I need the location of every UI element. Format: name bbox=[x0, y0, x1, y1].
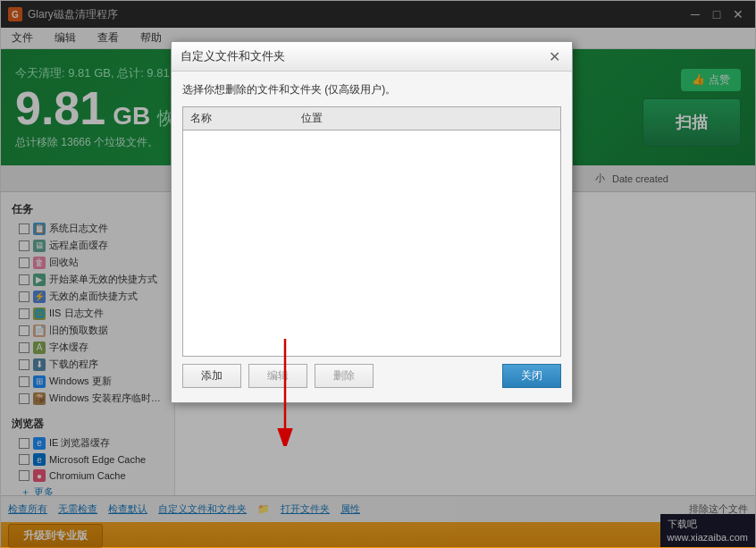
dialog-close-action-button[interactable]: 关闭 bbox=[502, 364, 561, 388]
dialog-title: 自定义文件和文件夹 bbox=[181, 48, 285, 64]
custom-dialog: 自定义文件和文件夹 ✕ 选择你想删除的文件和文件夹 (仅高级用户)。 名称 位置… bbox=[171, 41, 573, 403]
dialog-col-location: 位置 bbox=[301, 111, 323, 126]
dialog-delete-button[interactable]: 删除 bbox=[315, 364, 374, 388]
dialog-overlay: 自定义文件和文件夹 ✕ 选择你想删除的文件和文件夹 (仅高级用户)。 名称 位置… bbox=[1, 1, 755, 547]
dialog-close-button[interactable]: ✕ bbox=[545, 47, 563, 65]
app-window: G Glary磁盘清理程序 ─ □ ✕ 文件 编辑 查看 帮助 今天清理: 9.… bbox=[0, 0, 756, 548]
dialog-body: 选择你想删除的文件和文件夹 (仅高级用户)。 名称 位置 添加 编辑 删除 关闭 bbox=[172, 72, 572, 402]
dialog-edit-button[interactable]: 编辑 bbox=[248, 364, 307, 388]
dialog-description: 选择你想删除的文件和文件夹 (仅高级用户)。 bbox=[182, 82, 561, 97]
dialog-table: 名称 位置 bbox=[182, 106, 561, 357]
dialog-title-bar: 自定义文件和文件夹 ✕ bbox=[172, 42, 572, 72]
dialog-table-body bbox=[183, 131, 560, 354]
dialog-buttons: 添加 编辑 删除 关闭 bbox=[182, 357, 561, 392]
dialog-col-name: 名称 bbox=[190, 111, 212, 126]
dialog-add-button[interactable]: 添加 bbox=[182, 364, 241, 388]
dialog-table-header: 名称 位置 bbox=[183, 107, 560, 131]
